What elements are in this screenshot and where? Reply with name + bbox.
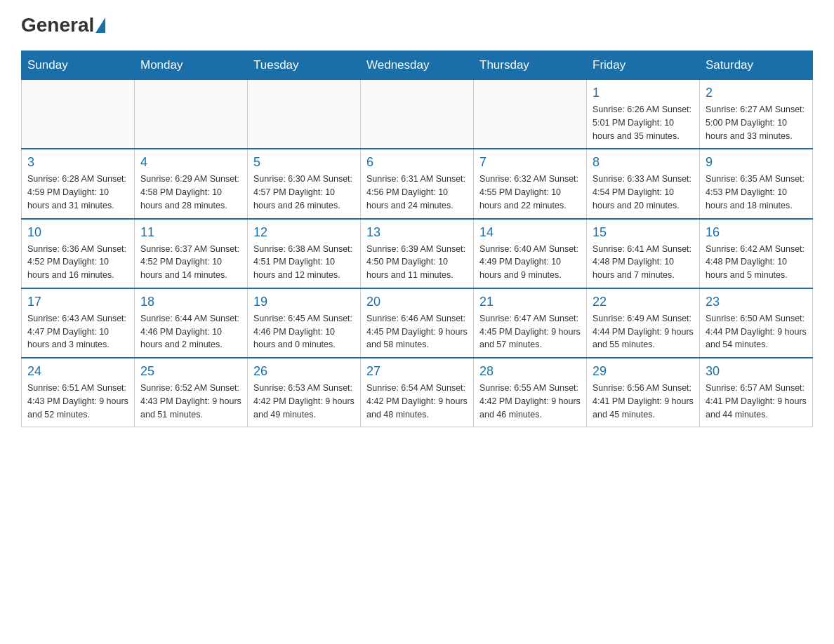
- day-info: Sunrise: 6:43 AM Sunset: 4:47 PM Dayligh…: [27, 312, 128, 351]
- day-number: 6: [366, 155, 468, 170]
- day-info: Sunrise: 6:28 AM Sunset: 4:59 PM Dayligh…: [27, 173, 128, 212]
- day-info: Sunrise: 6:30 AM Sunset: 4:57 PM Dayligh…: [253, 173, 355, 212]
- day-number: 12: [253, 225, 355, 240]
- calendar-cell: 9Sunrise: 6:35 AM Sunset: 4:53 PM Daylig…: [700, 149, 813, 218]
- calendar-cell: 28Sunrise: 6:55 AM Sunset: 4:42 PM Dayli…: [474, 358, 587, 427]
- day-info: Sunrise: 6:54 AM Sunset: 4:42 PM Dayligh…: [366, 382, 468, 421]
- calendar-cell: [361, 80, 474, 149]
- day-number: 18: [140, 295, 241, 309]
- day-info: Sunrise: 6:56 AM Sunset: 4:41 PM Dayligh…: [593, 382, 694, 421]
- day-number: 29: [593, 364, 694, 379]
- calendar-cell: 21Sunrise: 6:47 AM Sunset: 4:45 PM Dayli…: [474, 288, 587, 358]
- weekday-header-thursday: Thursday: [474, 51, 587, 80]
- weekday-header-sunday: Sunday: [22, 51, 135, 80]
- calendar-cell: 4Sunrise: 6:29 AM Sunset: 4:58 PM Daylig…: [135, 149, 248, 218]
- calendar-cell: 24Sunrise: 6:51 AM Sunset: 4:43 PM Dayli…: [22, 358, 135, 427]
- day-info: Sunrise: 6:42 AM Sunset: 4:48 PM Dayligh…: [706, 243, 807, 282]
- day-number: 10: [27, 225, 128, 240]
- calendar-cell: 3Sunrise: 6:28 AM Sunset: 4:59 PM Daylig…: [22, 149, 135, 218]
- calendar-cell: 1Sunrise: 6:26 AM Sunset: 5:01 PM Daylig…: [587, 80, 700, 149]
- calendar-cell: 20Sunrise: 6:46 AM Sunset: 4:45 PM Dayli…: [361, 288, 474, 358]
- day-number: 3: [27, 155, 128, 170]
- day-info: Sunrise: 6:57 AM Sunset: 4:41 PM Dayligh…: [706, 382, 807, 421]
- day-info: Sunrise: 6:36 AM Sunset: 4:52 PM Dayligh…: [27, 243, 128, 282]
- calendar-cell: 18Sunrise: 6:44 AM Sunset: 4:46 PM Dayli…: [135, 288, 248, 358]
- day-number: 14: [479, 225, 581, 240]
- day-info: Sunrise: 6:46 AM Sunset: 4:45 PM Dayligh…: [366, 312, 468, 351]
- day-info: Sunrise: 6:47 AM Sunset: 4:45 PM Dayligh…: [479, 312, 581, 351]
- calendar-cell: [135, 80, 248, 149]
- calendar-week-4: 17Sunrise: 6:43 AM Sunset: 4:47 PM Dayli…: [22, 288, 813, 358]
- calendar-cell: 19Sunrise: 6:45 AM Sunset: 4:46 PM Dayli…: [248, 288, 361, 358]
- calendar-header-row: SundayMondayTuesdayWednesdayThursdayFrid…: [22, 51, 813, 80]
- day-number: 9: [706, 155, 807, 170]
- weekday-header-wednesday: Wednesday: [361, 51, 474, 80]
- calendar-cell: 14Sunrise: 6:40 AM Sunset: 4:49 PM Dayli…: [474, 219, 587, 288]
- day-info: Sunrise: 6:37 AM Sunset: 4:52 PM Dayligh…: [140, 243, 241, 282]
- day-info: Sunrise: 6:39 AM Sunset: 4:50 PM Dayligh…: [366, 243, 468, 282]
- day-info: Sunrise: 6:26 AM Sunset: 5:01 PM Dayligh…: [593, 103, 694, 142]
- calendar-cell: 17Sunrise: 6:43 AM Sunset: 4:47 PM Dayli…: [22, 288, 135, 358]
- day-info: Sunrise: 6:31 AM Sunset: 4:56 PM Dayligh…: [366, 173, 468, 212]
- day-info: Sunrise: 6:52 AM Sunset: 4:43 PM Dayligh…: [140, 382, 241, 421]
- day-number: 19: [253, 295, 355, 309]
- day-number: 1: [593, 86, 694, 100]
- day-number: 15: [593, 225, 694, 240]
- day-info: Sunrise: 6:50 AM Sunset: 4:44 PM Dayligh…: [706, 312, 807, 351]
- day-info: Sunrise: 6:55 AM Sunset: 4:42 PM Dayligh…: [479, 382, 581, 421]
- calendar-cell: 6Sunrise: 6:31 AM Sunset: 4:56 PM Daylig…: [361, 149, 474, 218]
- calendar-cell: 25Sunrise: 6:52 AM Sunset: 4:43 PM Dayli…: [135, 358, 248, 427]
- day-info: Sunrise: 6:29 AM Sunset: 4:58 PM Dayligh…: [140, 173, 241, 212]
- weekday-header-tuesday: Tuesday: [248, 51, 361, 80]
- day-info: Sunrise: 6:49 AM Sunset: 4:44 PM Dayligh…: [593, 312, 694, 351]
- day-number: 17: [27, 295, 128, 309]
- calendar-cell: 10Sunrise: 6:36 AM Sunset: 4:52 PM Dayli…: [22, 219, 135, 288]
- day-number: 30: [706, 364, 807, 379]
- day-info: Sunrise: 6:53 AM Sunset: 4:42 PM Dayligh…: [253, 382, 355, 421]
- calendar-cell: [248, 80, 361, 149]
- calendar-cell: 15Sunrise: 6:41 AM Sunset: 4:48 PM Dayli…: [587, 219, 700, 288]
- calendar-cell: 29Sunrise: 6:56 AM Sunset: 4:41 PM Dayli…: [587, 358, 700, 427]
- day-info: Sunrise: 6:33 AM Sunset: 4:54 PM Dayligh…: [593, 173, 694, 212]
- calendar-table: SundayMondayTuesdayWednesdayThursdayFrid…: [21, 51, 813, 427]
- calendar-week-5: 24Sunrise: 6:51 AM Sunset: 4:43 PM Dayli…: [22, 358, 813, 427]
- day-number: 16: [706, 225, 807, 240]
- day-number: 8: [593, 155, 694, 170]
- calendar-week-3: 10Sunrise: 6:36 AM Sunset: 4:52 PM Dayli…: [22, 219, 813, 288]
- weekday-header-monday: Monday: [135, 51, 248, 80]
- day-number: 22: [593, 295, 694, 309]
- calendar-cell: 11Sunrise: 6:37 AM Sunset: 4:52 PM Dayli…: [135, 219, 248, 288]
- day-info: Sunrise: 6:27 AM Sunset: 5:00 PM Dayligh…: [706, 103, 807, 142]
- logo: General: [21, 14, 107, 36]
- day-number: 26: [253, 364, 355, 379]
- day-number: 11: [140, 225, 241, 240]
- day-info: Sunrise: 6:35 AM Sunset: 4:53 PM Dayligh…: [706, 173, 807, 212]
- day-number: 2: [706, 86, 807, 100]
- calendar-cell: [474, 80, 587, 149]
- calendar-cell: 27Sunrise: 6:54 AM Sunset: 4:42 PM Dayli…: [361, 358, 474, 427]
- calendar-cell: 8Sunrise: 6:33 AM Sunset: 4:54 PM Daylig…: [587, 149, 700, 218]
- calendar-week-1: 1Sunrise: 6:26 AM Sunset: 5:01 PM Daylig…: [22, 80, 813, 149]
- calendar-cell: 22Sunrise: 6:49 AM Sunset: 4:44 PM Dayli…: [587, 288, 700, 358]
- day-info: Sunrise: 6:51 AM Sunset: 4:43 PM Dayligh…: [27, 382, 128, 421]
- day-number: 21: [479, 295, 581, 309]
- day-number: 24: [27, 364, 128, 379]
- calendar-cell: 7Sunrise: 6:32 AM Sunset: 4:55 PM Daylig…: [474, 149, 587, 218]
- day-info: Sunrise: 6:44 AM Sunset: 4:46 PM Dayligh…: [140, 312, 241, 351]
- day-number: 25: [140, 364, 241, 379]
- calendar-cell: 16Sunrise: 6:42 AM Sunset: 4:48 PM Dayli…: [700, 219, 813, 288]
- page-header: General: [21, 14, 813, 36]
- calendar-cell: 26Sunrise: 6:53 AM Sunset: 4:42 PM Dayli…: [248, 358, 361, 427]
- day-number: 7: [479, 155, 581, 170]
- calendar-week-2: 3Sunrise: 6:28 AM Sunset: 4:59 PM Daylig…: [22, 149, 813, 218]
- day-info: Sunrise: 6:32 AM Sunset: 4:55 PM Dayligh…: [479, 173, 581, 212]
- day-number: 28: [479, 364, 581, 379]
- logo-general-text: General: [21, 14, 94, 36]
- day-info: Sunrise: 6:45 AM Sunset: 4:46 PM Dayligh…: [253, 312, 355, 351]
- day-number: 5: [253, 155, 355, 170]
- calendar-cell: 23Sunrise: 6:50 AM Sunset: 4:44 PM Dayli…: [700, 288, 813, 358]
- day-number: 4: [140, 155, 241, 170]
- calendar-cell: 2Sunrise: 6:27 AM Sunset: 5:00 PM Daylig…: [700, 80, 813, 149]
- calendar-cell: [22, 80, 135, 149]
- day-info: Sunrise: 6:38 AM Sunset: 4:51 PM Dayligh…: [253, 243, 355, 282]
